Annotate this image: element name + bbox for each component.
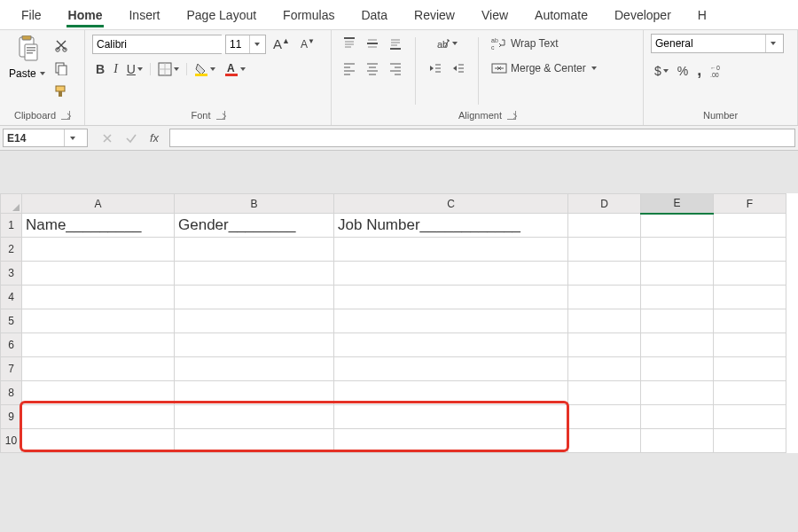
- cell-A10[interactable]: [22, 429, 175, 453]
- cell-F10[interactable]: [714, 429, 786, 453]
- cell-A9[interactable]: [22, 405, 175, 429]
- cell-F3[interactable]: [714, 262, 786, 286]
- col-header-F[interactable]: F: [714, 194, 786, 214]
- align-center-button[interactable]: [362, 59, 383, 78]
- cell-E10[interactable]: [641, 429, 714, 453]
- font-color-button[interactable]: A: [221, 59, 249, 79]
- cell-C6[interactable]: [334, 333, 568, 357]
- cell-C1[interactable]: Job Number____________: [334, 214, 568, 238]
- align-top-button[interactable]: [339, 34, 360, 53]
- cell-A6[interactable]: [22, 333, 175, 357]
- italic-button[interactable]: I: [110, 59, 121, 79]
- name-box-input[interactable]: [4, 132, 64, 145]
- cell-D8[interactable]: [568, 381, 641, 405]
- cell-C5[interactable]: [334, 309, 568, 333]
- cell-B7[interactable]: [175, 357, 334, 381]
- cell-A3[interactable]: [22, 262, 175, 286]
- cancel-formula-button[interactable]: [98, 130, 116, 146]
- dialog-launcher-icon[interactable]: [216, 111, 225, 120]
- chevron-down-icon[interactable]: [249, 35, 262, 53]
- cell-B6[interactable]: [175, 333, 334, 357]
- tab-review[interactable]: Review: [403, 3, 466, 29]
- col-header-A[interactable]: A: [22, 194, 175, 214]
- col-header-B[interactable]: B: [175, 194, 334, 214]
- tab-developer[interactable]: Developer: [604, 3, 682, 29]
- cell-A4[interactable]: [22, 286, 175, 309]
- tab-data[interactable]: Data: [350, 3, 398, 29]
- cell-C10[interactable]: [334, 429, 568, 453]
- cell-E2[interactable]: [641, 238, 714, 262]
- cell-D6[interactable]: [568, 333, 641, 357]
- cell-B8[interactable]: [175, 381, 334, 405]
- cell-B10[interactable]: [175, 429, 334, 453]
- row-header-1[interactable]: 1: [1, 214, 22, 238]
- row-header-7[interactable]: 7: [1, 357, 22, 381]
- increase-font-button[interactable]: A▲: [270, 34, 293, 54]
- number-format-input[interactable]: [652, 35, 765, 52]
- cell-E1[interactable]: [641, 214, 714, 238]
- percent-button[interactable]: %: [674, 61, 692, 81]
- font-size-input[interactable]: [226, 35, 249, 53]
- cell-B4[interactable]: [175, 286, 334, 309]
- tab-insert[interactable]: Insert: [118, 3, 170, 29]
- cell-B9[interactable]: [175, 405, 334, 429]
- align-left-button[interactable]: [339, 59, 360, 78]
- increase-decimal-button[interactable]: ←0.00: [707, 61, 732, 81]
- tab-page-layout[interactable]: Page Layout: [176, 3, 267, 29]
- cell-D3[interactable]: [568, 262, 641, 286]
- cell-C9[interactable]: [334, 405, 568, 429]
- font-size-combo[interactable]: [225, 35, 266, 54]
- cell-A5[interactable]: [22, 309, 175, 333]
- cell-D9[interactable]: [568, 405, 641, 429]
- copy-button[interactable]: [51, 59, 72, 78]
- cell-A8[interactable]: [22, 381, 175, 405]
- decrease-indent-button[interactable]: [425, 59, 446, 78]
- decrease-font-button[interactable]: A▼: [297, 35, 318, 53]
- cell-D7[interactable]: [568, 357, 641, 381]
- cell-F8[interactable]: [714, 381, 786, 405]
- format-painter-button[interactable]: [51, 82, 72, 101]
- cell-C2[interactable]: [334, 238, 568, 262]
- col-header-E[interactable]: E: [641, 194, 714, 214]
- cell-C7[interactable]: [334, 357, 568, 381]
- col-header-D[interactable]: D: [568, 194, 641, 214]
- tab-view[interactable]: View: [471, 3, 519, 29]
- tab-home[interactable]: Home: [58, 3, 113, 29]
- cell-E5[interactable]: [641, 309, 714, 333]
- cell-A1[interactable]: Name_________: [22, 214, 175, 238]
- enter-formula-button[interactable]: [121, 130, 141, 146]
- borders-button[interactable]: [154, 59, 183, 79]
- tab-formulas[interactable]: Formulas: [272, 3, 345, 29]
- cell-D2[interactable]: [568, 238, 641, 262]
- dialog-launcher-icon[interactable]: [507, 111, 516, 120]
- row-header-10[interactable]: 10: [1, 429, 22, 453]
- row-header-8[interactable]: 8: [1, 381, 22, 405]
- cell-F5[interactable]: [714, 309, 786, 333]
- currency-button[interactable]: $: [651, 61, 672, 81]
- chevron-down-icon[interactable]: [64, 129, 78, 146]
- dialog-launcher-icon[interactable]: [61, 111, 70, 120]
- cell-E7[interactable]: [641, 357, 714, 381]
- font-name-combo[interactable]: [92, 35, 222, 54]
- increase-indent-button[interactable]: [448, 59, 469, 78]
- col-header-C[interactable]: C: [334, 194, 568, 214]
- cell-F7[interactable]: [714, 357, 786, 381]
- row-header-6[interactable]: 6: [1, 333, 22, 357]
- align-bottom-button[interactable]: [385, 34, 406, 53]
- merge-center-button[interactable]: Merge & Center: [488, 59, 600, 78]
- cell-A7[interactable]: [22, 357, 175, 381]
- cell-B1[interactable]: Gender________: [175, 214, 334, 238]
- orientation-button[interactable]: ab: [433, 34, 461, 53]
- tab-file[interactable]: File: [11, 3, 52, 29]
- cell-B3[interactable]: [175, 262, 334, 286]
- tab-more[interactable]: H: [687, 3, 717, 29]
- cell-D10[interactable]: [568, 429, 641, 453]
- cell-F2[interactable]: [714, 238, 786, 262]
- cell-C8[interactable]: [334, 381, 568, 405]
- row-header-2[interactable]: 2: [1, 238, 22, 262]
- cell-E4[interactable]: [641, 286, 714, 309]
- bold-button[interactable]: B: [92, 59, 108, 79]
- cell-D5[interactable]: [568, 309, 641, 333]
- paste-button[interactable]: Paste: [7, 34, 47, 80]
- cell-B2[interactable]: [175, 238, 334, 262]
